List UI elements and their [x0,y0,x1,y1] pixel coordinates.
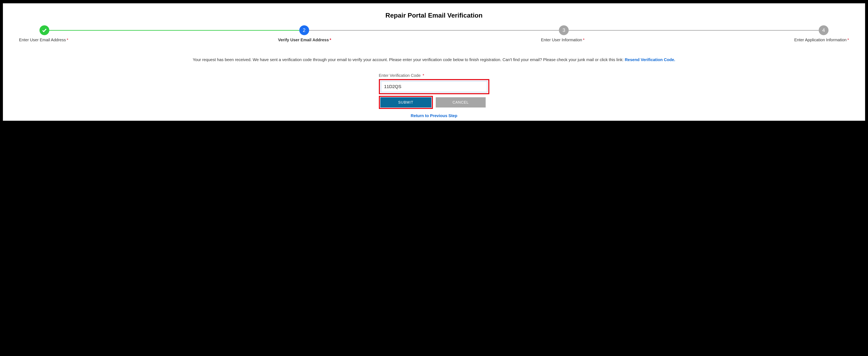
step-2-circle: 2 [299,25,309,35]
verification-code-label: Enter Verification Code * [379,73,489,78]
step-1-label: Enter User Email Address* [19,38,68,42]
return-previous-step-link[interactable]: Return to Previous Step [379,113,489,118]
verification-form: Enter Verification Code * SUBMIT CANCEL … [379,73,489,118]
required-marker: * [67,38,68,42]
step-3: 3 [559,25,569,35]
step-1-label-text: Enter User Email Address [19,38,66,42]
required-marker: * [583,38,585,42]
verification-code-label-text: Enter Verification Code [379,73,421,78]
progress-stepper: 2 3 4 [7,25,861,35]
verification-panel: Repair Portal Email Verification 2 3 4 E… [3,3,865,121]
step-3-label-text: Enter User Information [541,38,582,42]
step-2: 2 [299,25,309,35]
connector-3-4 [569,30,819,31]
step-1-circle [39,25,49,35]
step-3-label: Enter User Information* [541,38,585,42]
connector-2-3 [309,30,559,31]
button-row: SUBMIT CANCEL [379,96,489,109]
step-4-circle: 4 [819,25,829,35]
resend-verification-link[interactable]: Resend Verification Code. [625,58,675,62]
verification-code-input[interactable] [381,81,488,93]
verification-input-highlight [379,79,489,94]
submit-button-highlight: SUBMIT [379,96,433,109]
step-1 [39,25,49,35]
required-marker: * [330,38,331,42]
required-marker: * [847,38,849,42]
page-title: Repair Portal Email Verification [7,12,861,19]
step-2-label: Verify User Email Address* [278,38,331,42]
connector-1-2 [49,30,299,31]
instructions-text: Your request has been received. We have … [8,57,860,63]
check-icon [42,28,47,33]
step-4-label-text: Enter Application Information [794,38,846,42]
required-marker: * [423,73,424,78]
step-labels: Enter User Email Address* Verify User Em… [7,38,861,42]
instructions-body: Your request has been received. We have … [193,58,625,62]
step-4-label: Enter Application Information* [794,38,849,42]
step-4: 4 [819,25,829,35]
step-2-label-text: Verify User Email Address [278,38,329,42]
cancel-button[interactable]: CANCEL [436,97,486,107]
submit-button[interactable]: SUBMIT [380,97,431,107]
step-3-circle: 3 [559,25,569,35]
